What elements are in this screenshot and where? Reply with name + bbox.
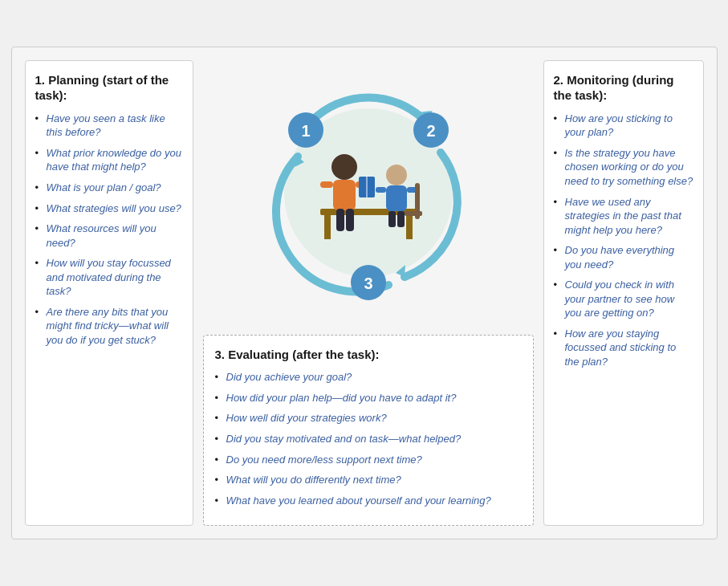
diagram-area: 1 2 3	[203, 60, 534, 325]
list-item: Could you check in with your partner to …	[554, 278, 693, 320]
illustration	[288, 112, 449, 273]
svg-rect-22	[386, 185, 407, 211]
svg-rect-12	[406, 215, 413, 239]
monitoring-list: How are you sticking to your plan?Is the…	[554, 112, 693, 369]
svg-rect-25	[388, 211, 396, 227]
list-item: Have you seen a task like this before?	[35, 112, 183, 140]
svg-text:3: 3	[364, 275, 372, 292]
svg-rect-17	[336, 209, 344, 231]
list-item: Did you stay motivated and on task—what …	[215, 432, 522, 446]
svg-rect-15	[320, 181, 333, 188]
list-item: Have we used any strategies in the past …	[554, 195, 693, 238]
list-item: Do you have everything you need?	[554, 243, 693, 271]
svg-rect-28	[405, 211, 422, 216]
svg-point-13	[331, 154, 357, 180]
middle-section: 1 2 3	[203, 60, 534, 526]
evaluating-list: Did you achieve your goal?How did your p…	[215, 370, 522, 507]
monitoring-title: 2. Monitoring (during the task):	[554, 72, 693, 104]
list-item: How are you sticking to your plan?	[554, 112, 693, 140]
planning-list: Have you seen a task like this before?Wh…	[35, 112, 183, 348]
list-item: What will you do differently next time?	[215, 473, 522, 487]
planning-section: 1. Planning (start of the task): Have yo…	[25, 60, 193, 526]
list-item: What strategies will you use?	[35, 201, 183, 216]
svg-rect-18	[346, 209, 354, 231]
list-item: How well did your strategies work?	[215, 411, 522, 425]
list-item: What prior knowledge do you have that mi…	[35, 146, 183, 174]
svg-point-21	[386, 165, 407, 185]
list-item: Is the strategy you have chosen working …	[554, 146, 693, 189]
evaluating-section: 3. Evaluating (after the task): Did you …	[203, 335, 534, 526]
list-item: What have you learned about yourself and…	[215, 494, 522, 508]
svg-rect-11	[324, 215, 331, 239]
svg-rect-26	[397, 211, 405, 227]
list-item: How did your plan help—did you have to a…	[215, 391, 522, 405]
list-item: Are there any bits that you might find t…	[35, 305, 183, 348]
monitoring-section: 2. Monitoring (during the task): How are…	[543, 60, 704, 526]
list-item: How will you stay focussed and motivated…	[35, 256, 183, 299]
people-illustration	[296, 128, 441, 257]
main-container: 1. Planning (start of the task): Have yo…	[11, 47, 718, 539]
list-item: Do you need more/less support next time?	[215, 453, 522, 467]
svg-rect-23	[376, 187, 386, 193]
svg-rect-14	[333, 180, 356, 210]
list-item: How are you staying focussed and stickin…	[554, 327, 693, 369]
list-item: Did you achieve your goal?	[215, 370, 522, 385]
list-item: What resources will you need?	[35, 222, 183, 250]
list-item: What is your plan / goal?	[35, 181, 183, 195]
evaluating-title: 3. Evaluating (after the task):	[215, 347, 522, 363]
planning-title: 1. Planning (start of the task):	[35, 72, 183, 104]
